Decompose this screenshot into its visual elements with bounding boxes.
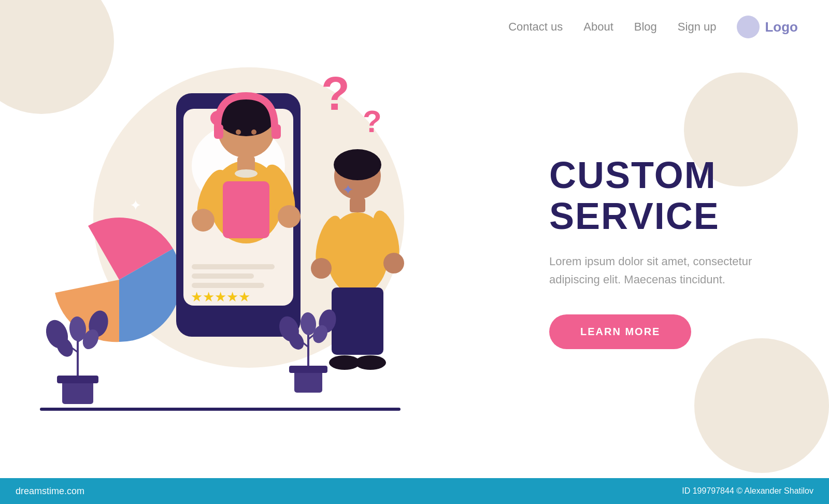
svg-point-23 xyxy=(236,129,241,135)
svg-point-34 xyxy=(334,149,381,180)
question-mark-large: ? xyxy=(321,67,350,121)
svg-rect-16 xyxy=(192,283,264,288)
svg-rect-22 xyxy=(271,124,281,139)
logo-circle-icon xyxy=(737,16,760,38)
text-area: CUSTOM SERVICE Lorem ipsum dolor sit ame… xyxy=(528,155,829,350)
logo-text: Logo xyxy=(765,19,798,35)
hero-title: CUSTOM SERVICE xyxy=(549,155,788,237)
svg-rect-30 xyxy=(223,181,269,238)
scene-illustration: ★★★★★ xyxy=(26,31,414,435)
nav-about[interactable]: About xyxy=(583,20,613,34)
sparkle-left: ✦ xyxy=(130,197,141,214)
bottom-bar: dreamstime.com ID 199797844 © Alexander … xyxy=(0,478,829,504)
sparkle-right: ✦ xyxy=(342,181,354,198)
svg-point-24 xyxy=(251,129,256,135)
svg-rect-1 xyxy=(57,376,98,383)
nav-contact[interactable]: Contact us xyxy=(508,20,563,34)
svg-rect-41 xyxy=(350,198,365,212)
svg-rect-40 xyxy=(332,287,383,355)
illustration-area: ? ? ✦ ✦ xyxy=(0,0,528,504)
svg-point-38 xyxy=(311,258,332,279)
nav-signup[interactable]: Sign up xyxy=(678,20,717,34)
main-content: ? ? ✦ ✦ xyxy=(0,0,829,504)
navigation: Contact us About Blog Sign up Logo xyxy=(0,0,829,54)
svg-point-28 xyxy=(192,209,215,232)
svg-text:★★★★★: ★★★★★ xyxy=(191,289,250,305)
svg-rect-14 xyxy=(192,264,275,269)
learn-more-button[interactable]: LEARN MORE xyxy=(549,314,691,349)
nav-logo: Logo xyxy=(737,16,798,38)
nav-blog[interactable]: Blog xyxy=(634,20,657,34)
svg-point-32 xyxy=(235,169,258,178)
svg-point-39 xyxy=(383,253,404,273)
question-mark-small: ? xyxy=(363,104,382,139)
hero-subtitle: Lorem ipsum dolor sit amet, consectetur … xyxy=(549,252,767,289)
svg-point-43 xyxy=(355,355,386,370)
svg-rect-45 xyxy=(289,366,327,373)
watermark-site: dreamstime.com xyxy=(16,486,84,497)
svg-rect-21 xyxy=(214,124,223,139)
watermark-id: ID 199797844 © Alexander Shatilov xyxy=(682,486,813,496)
svg-point-29 xyxy=(278,205,301,228)
svg-rect-15 xyxy=(192,273,254,279)
